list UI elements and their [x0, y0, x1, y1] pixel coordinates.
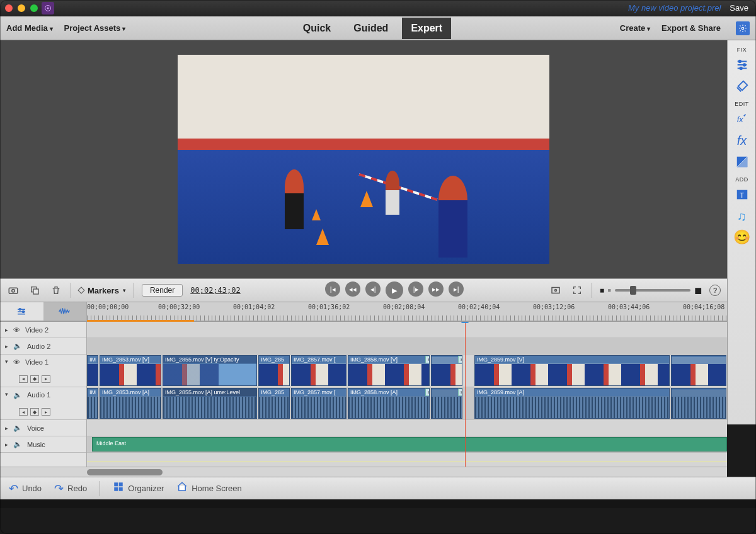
create-menu[interactable]: Create [620, 23, 650, 33]
playback-controls: |◂ ◂◂ ◂| ▶ |▸ ▸▸ ▸| [248, 281, 541, 299]
scissors-icon[interactable]: ✂ [425, 389, 430, 396]
graphics-icon[interactable]: 😊 [732, 228, 752, 247]
svg-rect-18 [114, 482, 118, 486]
mode-tab-quick[interactable]: Quick [294, 18, 340, 39]
scissors-icon[interactable]: ✂ [458, 356, 462, 363]
video-clip-selected[interactable]: IMG_2855.mov [V] ty:Opacity [163, 355, 257, 386]
zoom-slider[interactable]: ◼ ■ ◼ [600, 285, 702, 296]
timeline-display-sliders-icon[interactable] [0, 302, 43, 321]
video-clip[interactable] [671, 355, 726, 386]
trash-icon[interactable] [49, 283, 63, 297]
playhead[interactable] [465, 322, 466, 467]
effects-icon[interactable]: fx [732, 131, 752, 150]
export-share-button[interactable]: Export & Share [662, 23, 721, 33]
mode-tab-guided[interactable]: Guided [345, 18, 397, 39]
video-clip[interactable]: IMG_2858.mov [V]✂ [348, 355, 430, 386]
svg-point-1 [47, 7, 49, 9]
titles-icon[interactable]: T [732, 185, 752, 204]
settings-gear-icon[interactable] [736, 21, 750, 35]
track-header-voice[interactable]: ▸🔈Voice [0, 420, 86, 436]
organizer-button[interactable]: Organizer [113, 481, 164, 496]
fast-forward-icon[interactable]: ▸▸ [428, 281, 444, 297]
maximize-window-icon[interactable] [30, 4, 38, 12]
project-assets-menu[interactable]: Project Assets [64, 23, 126, 33]
video-clip[interactable]: ✂ [431, 355, 462, 386]
sidebar-section-edit: EDIT [735, 101, 749, 107]
timeline-display-waveform-icon[interactable] [43, 302, 87, 321]
window-controls [5, 4, 38, 12]
fullscreen-icon[interactable] [570, 283, 584, 297]
video-clip[interactable]: IMG_2859.mov [V] [474, 355, 670, 386]
new-item-icon[interactable] [28, 283, 42, 297]
audio-clip[interactable]: IMG_2853.mov [A] [100, 388, 161, 419]
applied-effects-icon[interactable]: fx [732, 110, 752, 128]
mode-tab-expert[interactable]: Expert [402, 18, 451, 39]
transitions-icon[interactable] [732, 152, 752, 171]
music-icon[interactable]: ♫ [732, 207, 752, 225]
redo-button[interactable]: ↷Redo [54, 482, 87, 496]
tools-icon[interactable] [732, 77, 752, 96]
svg-point-5 [740, 67, 742, 70]
ruler-label: 00;04;16;08 [683, 304, 724, 310]
zoom-out-icon[interactable]: ◼ [600, 287, 604, 293]
timeline-ruler[interactable]: 00;00;00;00 00;00;32;00 00;01;04;02 00;0… [87, 302, 727, 321]
svg-point-4 [743, 64, 745, 66]
video-clip[interactable]: IMG_285 [258, 355, 290, 386]
svg-point-16 [20, 308, 21, 310]
audio-clip[interactable]: IMG_285 [258, 388, 290, 419]
add-media-menu[interactable]: Add Media [6, 23, 53, 33]
undo-button[interactable]: ↶Undo [9, 482, 42, 496]
ruler-label: 00;02;08;04 [383, 304, 425, 310]
app-logo-icon [42, 2, 54, 14]
rewind-icon[interactable]: ◂◂ [345, 281, 360, 297]
play-icon[interactable]: ▶ [386, 281, 403, 299]
markers-dropdown[interactable]: Markers ▾ [79, 286, 126, 295]
safe-margins-icon[interactable] [549, 283, 563, 297]
audio-clip[interactable] [671, 388, 726, 419]
audio-clip-selected[interactable]: IMG_2855.mov [A] ume:Level [163, 388, 257, 419]
scissors-icon[interactable]: ✂ [425, 356, 430, 363]
render-button[interactable]: Render [142, 284, 183, 297]
audio-clip[interactable]: IMG_2857.mov [ [291, 388, 346, 419]
video-clip[interactable]: IMG_2853.mov [V] [100, 355, 161, 386]
sidebar-section-fix: FIX [737, 47, 747, 53]
track-header-video1[interactable]: ▾👁Video 1 ◂◆▸ [0, 355, 86, 387]
close-window-icon[interactable] [5, 4, 13, 12]
step-forward-icon[interactable]: |▸ [408, 281, 423, 297]
video-preview-frame [178, 55, 549, 264]
step-back-icon[interactable]: ◂| [365, 281, 381, 297]
video-clip[interactable]: IM [87, 355, 98, 386]
zoom-in-icon[interactable]: ◼ [694, 285, 702, 296]
audio-clip[interactable]: IMG_2858.mov [A]✂ [348, 388, 430, 419]
snapshot-icon[interactable] [6, 283, 20, 297]
ruler-label: 00;01;36;02 [308, 304, 350, 310]
goto-start-icon[interactable]: |◂ [325, 281, 340, 297]
track-header-video2[interactable]: ▸👁Video 2 [0, 322, 86, 338]
music-clip[interactable]: Middle East [92, 437, 727, 452]
audio-clip[interactable]: IM [87, 388, 98, 419]
current-timecode[interactable]: 00;02;43;02 [190, 286, 240, 295]
scissors-icon[interactable]: ✂ [458, 389, 462, 396]
svg-rect-21 [119, 487, 123, 491]
ruler-label: 00;03;44;06 [608, 304, 650, 310]
timeline-horizontal-scrollbar[interactable] [0, 467, 727, 477]
main-menubar: Add Media Project Assets Quick Guided Ex… [0, 16, 756, 40]
track-header-audio1[interactable]: ▾🔈Audio 1 ◂◆▸ [0, 387, 86, 420]
minimize-window-icon[interactable] [18, 4, 25, 12]
save-button[interactable]: Save [730, 3, 748, 13]
adjustments-icon[interactable] [732, 55, 752, 74]
ruler-label: 00;01;04;02 [233, 304, 275, 310]
ruler-label: 00;03;12;06 [533, 304, 575, 310]
track-header-music[interactable]: ▸🔈Music [0, 436, 86, 453]
ruler-label: 00;00;32;00 [158, 304, 200, 310]
audio-clip[interactable]: ✂ [431, 388, 462, 419]
audio-clip[interactable]: IMG_2859.mov [A] [474, 388, 670, 419]
home-screen-button[interactable]: Home Screen [176, 481, 241, 496]
video-clip[interactable]: IMG_2857.mov [ [291, 355, 346, 386]
project-file-name: My new video project.prel [628, 3, 721, 13]
help-icon[interactable]: ? [709, 285, 721, 296]
track-header-audio2[interactable]: ▸🔈Audio 2 [0, 338, 86, 355]
ruler-label: 00;00;00;00 [87, 304, 129, 310]
goto-end-icon[interactable]: ▸| [449, 281, 464, 297]
program-monitor[interactable] [0, 40, 727, 278]
